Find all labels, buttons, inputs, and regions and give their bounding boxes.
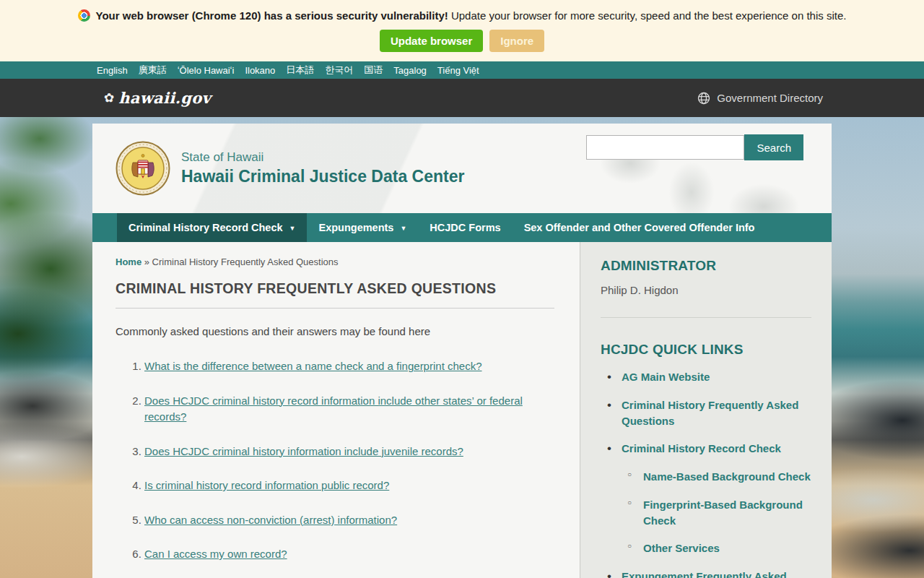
main-content: Home » Criminal History Frequently Asked… (92, 242, 580, 578)
content-card: State of Hawaii Hawaii Criminal Justice … (92, 124, 832, 578)
quick-links-heading: HCJDC QUICK LINKS (601, 342, 811, 358)
breadcrumb-current: Criminal History Frequently Asked Questi… (152, 256, 339, 267)
banner-message: Your web browser (Chrome 120) has a seri… (96, 9, 847, 22)
quick-link-item: AG Main Website (601, 369, 811, 385)
quick-link-item: Criminal History Frequently Asked Questi… (601, 397, 811, 429)
quick-link-item: Fingerprint-Based Background Check (601, 497, 811, 529)
language-link[interactable]: Ilokano (245, 65, 275, 76)
language-link[interactable]: ʻŌlelo Hawaiʻi (178, 65, 235, 76)
language-link[interactable]: Tagalog (393, 65, 427, 76)
faq-question-link[interactable]: What is the difference between a name ch… (144, 360, 482, 372)
nav-item[interactable]: HCJDC Forms (418, 213, 512, 242)
faq-list-item: Does HCJDC criminal history record infor… (144, 393, 554, 426)
sidebar-divider (601, 317, 811, 318)
intro-text: Commonly asked questions and their answe… (116, 325, 554, 337)
quick-links-list: AG Main WebsiteCriminal History Frequent… (601, 369, 811, 578)
site-title[interactable]: Hawaii Criminal Justice Data Center (181, 167, 464, 186)
quick-link[interactable]: Criminal History Record Check (622, 442, 781, 454)
quick-link[interactable]: Fingerprint-Based Background Check (643, 499, 803, 527)
main-navigation: Criminal History Record Check▼Expungemen… (92, 213, 832, 242)
quick-link-item: Name-Based Background Check (601, 469, 811, 485)
language-link[interactable]: Tiếng Việt (437, 65, 479, 76)
hawaii-gov-header: ✿ hawaii.gov Government Directory (0, 79, 924, 117)
administrator-name: Philip D. Higdon (601, 284, 811, 296)
faq-list-item: Who can access non-conviction (arrest) i… (144, 512, 554, 529)
quick-link[interactable]: AG Main Website (622, 371, 710, 383)
nav-item[interactable]: Sex Offender and Other Covered Offender … (513, 213, 767, 242)
faq-list: What is the difference between a name ch… (116, 358, 554, 578)
breadcrumb: Home » Criminal History Frequently Asked… (116, 256, 554, 267)
site-header: State of Hawaii Hawaii Criminal Justice … (92, 124, 832, 213)
nav-item[interactable]: Expungements▼ (307, 213, 418, 242)
quick-link[interactable]: Criminal History Frequently Asked Questi… (622, 399, 798, 427)
quick-link[interactable]: Expungement Frequently Asked (622, 570, 787, 578)
faq-question-link[interactable]: Who can access non-conviction (arrest) i… (144, 514, 397, 526)
site-search: Search (586, 135, 803, 160)
quick-link-item: Other Services (601, 540, 811, 556)
faq-question-link[interactable]: Can I access my own record? (144, 548, 287, 560)
administrator-heading: ADMINISTRATOR (601, 258, 811, 274)
faq-list-item: Can I access my own record? (144, 546, 554, 563)
browser-update-banner: Your web browser (Chrome 120) has a seri… (0, 0, 924, 61)
language-link[interactable]: 日本語 (286, 64, 314, 77)
faq-list-item: What is the difference between a name ch… (144, 358, 554, 375)
ignore-button[interactable]: Ignore (489, 30, 544, 52)
breadcrumb-home-link[interactable]: Home (116, 256, 141, 267)
language-link[interactable]: 廣東話 (139, 64, 167, 77)
chevron-down-icon: ▼ (289, 225, 296, 232)
language-link[interactable]: 国语 (364, 64, 383, 77)
chevron-down-icon: ▼ (400, 225, 406, 232)
faq-question-link[interactable]: Is criminal history record information p… (144, 479, 389, 491)
hibiscus-icon: ✿ (104, 90, 114, 105)
faq-question-link[interactable]: Does HCJDC criminal history information … (144, 445, 463, 457)
globe-icon (697, 91, 711, 105)
search-button[interactable]: Search (744, 134, 803, 160)
search-input[interactable] (586, 135, 744, 160)
language-link[interactable]: English (97, 65, 128, 76)
quick-link[interactable]: Other Services (643, 542, 720, 554)
quick-link-item: Criminal History Record Check (601, 441, 811, 457)
page-title: CRIMINAL HISTORY FREQUENTLY ASKED QUESTI… (116, 280, 554, 309)
language-bar: English廣東話ʻŌlelo HawaiʻiIlokano日本語한국어国语T… (0, 61, 924, 79)
state-of-hawaii-seal (116, 141, 170, 196)
sidebar: ADMINISTRATOR Philip D. Higdon HCJDC QUI… (580, 242, 832, 578)
chrome-icon (78, 9, 90, 22)
language-link[interactable]: 한국어 (325, 64, 353, 77)
quick-link[interactable]: Name-Based Background Check (643, 470, 811, 483)
government-directory-link[interactable]: Government Directory (697, 91, 823, 105)
faq-list-item: Is criminal history record information p… (144, 478, 554, 494)
quick-link-item: Expungement Frequently Asked (601, 569, 811, 578)
nav-item[interactable]: Criminal History Record Check▼ (117, 213, 307, 242)
faq-question-link[interactable]: Does HCJDC criminal history record infor… (144, 394, 523, 423)
faq-list-item: Does HCJDC criminal history information … (144, 444, 554, 460)
update-browser-button[interactable]: Update browser (380, 30, 483, 52)
breadcrumb-separator: » (144, 256, 152, 267)
hawaii-gov-logo[interactable]: ✿ hawaii.gov (104, 89, 211, 107)
agency-name: State of Hawaii (181, 150, 464, 165)
